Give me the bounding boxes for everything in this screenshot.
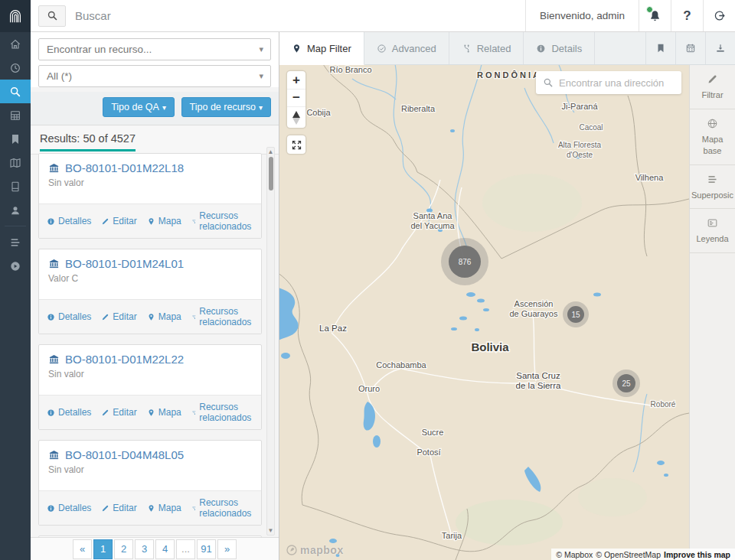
help-button[interactable]: ?	[671, 0, 703, 31]
resource-type-button[interactable]: Tipo de recurso▾	[181, 97, 271, 117]
tab-map-filter[interactable]: Map Filter	[279, 32, 364, 65]
sidebar-item-cards[interactable]	[0, 174, 31, 198]
resource-link[interactable]: BO-80101-D04M48L05	[48, 448, 252, 461]
page-button-»[interactable]: »	[217, 539, 237, 559]
card-related-link[interactable]: Recursos relacionados	[191, 210, 255, 232]
card-edit-link[interactable]: Editar	[101, 503, 136, 513]
card-map-link[interactable]: Mapa	[147, 407, 181, 418]
card-details-link[interactable]: Detalles	[47, 311, 91, 322]
compass-control[interactable]	[287, 106, 305, 128]
sidebar-item-bookmarks[interactable]	[0, 127, 31, 151]
zoom-in-button[interactable]: +	[287, 71, 305, 89]
svg-text:Bolivia: Bolivia	[471, 340, 509, 353]
sidebar-item-profile[interactable]	[0, 198, 31, 222]
bookmark-tool-button[interactable]	[645, 32, 675, 64]
page-button-91[interactable]: 91	[197, 539, 216, 559]
bank-icon	[48, 258, 60, 269]
zoom-out-button[interactable]: −	[287, 89, 305, 106]
card-details-link[interactable]: Detalles	[47, 216, 91, 226]
map-canvas[interactable]: Río BrancoRONDÔNIARiberaltaCobijaJi-Para…	[279, 65, 689, 560]
improve-map-link[interactable]: Improve this map	[664, 550, 730, 559]
svg-text:25: 25	[622, 379, 631, 388]
notifications-button[interactable]	[639, 0, 671, 31]
pencil-icon	[101, 313, 109, 321]
bookmark-icon	[9, 133, 21, 145]
sidebar-item-resource-models[interactable]	[0, 103, 31, 127]
filter-button-row: Tipo de QA▾ Tipo de recurso▾	[31, 92, 279, 125]
card-details-link[interactable]: Detalles	[47, 407, 91, 418]
map-viewport[interactable]: Río BrancoRONDÔNIARiberaltaCobijaJi-Para…	[279, 65, 735, 560]
map-tool-legend[interactable]: Leyenda	[690, 209, 735, 253]
page-button-2[interactable]: 2	[114, 539, 133, 559]
fork-icon	[191, 217, 197, 226]
arches-logo[interactable]	[0, 0, 31, 32]
attribution-mapbox[interactable]: © Mapbox	[556, 550, 593, 559]
global-search-input[interactable]	[66, 9, 525, 22]
address-search-input[interactable]	[559, 77, 681, 89]
bookmark-icon	[655, 43, 666, 54]
map-cluster-876[interactable]: 876	[441, 238, 488, 285]
search-filters: Encontrar un recurso... ▾ All (*) ▾	[31, 32, 279, 87]
card-map-link[interactable]: Mapa	[147, 503, 181, 513]
sidebar-item-search[interactable]	[0, 80, 31, 103]
card-map-link[interactable]: Mapa	[147, 311, 181, 322]
tab-spacer	[595, 32, 645, 64]
resource-link[interactable]: BO-80101-D01M24L01	[48, 257, 252, 270]
tab-related[interactable]: Related	[449, 32, 524, 64]
tab-advanced[interactable]: Advanced	[364, 32, 449, 64]
attribution-osm[interactable]: © OpenStreetMap	[596, 550, 661, 559]
logout-button[interactable]	[703, 0, 735, 31]
svg-text:Santa Anadel Yacuma: Santa Anadel Yacuma	[410, 211, 455, 230]
map-tool-list[interactable]: Superposicio	[690, 165, 735, 210]
bank-icon	[48, 162, 60, 174]
download-tool-button[interactable]	[705, 32, 735, 64]
fullscreen-button[interactable]	[287, 135, 305, 154]
map-tool-pencil[interactable]: Filtrar	[690, 65, 735, 109]
mapbox-logo[interactable]: mapbox	[286, 544, 344, 556]
card-edit-link[interactable]: Editar	[101, 407, 136, 418]
sidebar-item-home[interactable]	[0, 32, 31, 56]
marker-icon	[147, 409, 155, 417]
sidebar-item-system-settings[interactable]	[0, 230, 31, 254]
svg-text:Cobija: Cobija	[306, 108, 331, 117]
result-card: BO-80101-D01M24L01Valor CDetallesEditarM…	[38, 249, 262, 334]
arches-logo-icon	[7, 8, 24, 24]
card-related-link[interactable]: Recursos relacionados	[191, 306, 255, 327]
card-related-link[interactable]: Recursos relacionados	[191, 497, 255, 519]
scrollbar-thumb[interactable]	[269, 157, 273, 190]
page-button-4[interactable]: 4	[155, 539, 175, 559]
resource-select[interactable]: Encontrar un recurso... ▾	[38, 38, 271, 60]
page-button-«[interactable]: «	[73, 539, 92, 559]
results-scrollbar[interactable]: ▲ ▼	[266, 147, 275, 536]
top-bar: Bienvenido, admin ?	[0, 0, 735, 32]
map-cluster-15[interactable]: 15	[563, 301, 589, 327]
card-map-link[interactable]: Mapa	[147, 216, 181, 226]
map-icon	[9, 157, 21, 169]
left-nav	[0, 32, 31, 560]
card-related-link[interactable]: Recursos relacionados	[191, 402, 255, 423]
tab-details[interactable]: Details	[524, 32, 595, 64]
card-edit-link[interactable]: Editar	[101, 311, 136, 322]
calendar-tool-button[interactable]	[675, 32, 705, 64]
sidebar-item-map-layers[interactable]	[0, 151, 31, 174]
scroll-down-icon[interactable]: ▼	[267, 527, 274, 534]
qa-type-button[interactable]: Tipo de QA▾	[103, 97, 175, 117]
page-button-1[interactable]: 1	[93, 539, 113, 559]
home-icon	[9, 38, 21, 50]
map-cluster-25[interactable]: 25	[612, 370, 640, 397]
user-icon	[9, 204, 21, 217]
card-edit-link[interactable]: Editar	[101, 216, 136, 226]
card-details-link[interactable]: Detalles	[47, 503, 91, 513]
sidebar-item-guide[interactable]	[0, 254, 31, 278]
result-card: BO-80101-D01M22L22Sin valorDetallesEdita…	[38, 344, 262, 430]
map-tool-globe[interactable]: Mapa base	[690, 109, 735, 165]
resource-value: Sin valor	[48, 177, 252, 188]
nav-divider	[5, 226, 26, 226]
scope-select[interactable]: All (*) ▾	[38, 65, 271, 87]
sidebar-item-recent[interactable]	[0, 56, 31, 80]
resource-link[interactable]: BO-80101-D01M22L18	[48, 161, 252, 174]
svg-text:Cacoal: Cacoal	[579, 123, 603, 132]
resource-link[interactable]: BO-80101-D01M22L22	[48, 353, 252, 366]
page-button-3[interactable]: 3	[135, 539, 154, 559]
scroll-up-icon[interactable]: ▲	[267, 148, 274, 155]
